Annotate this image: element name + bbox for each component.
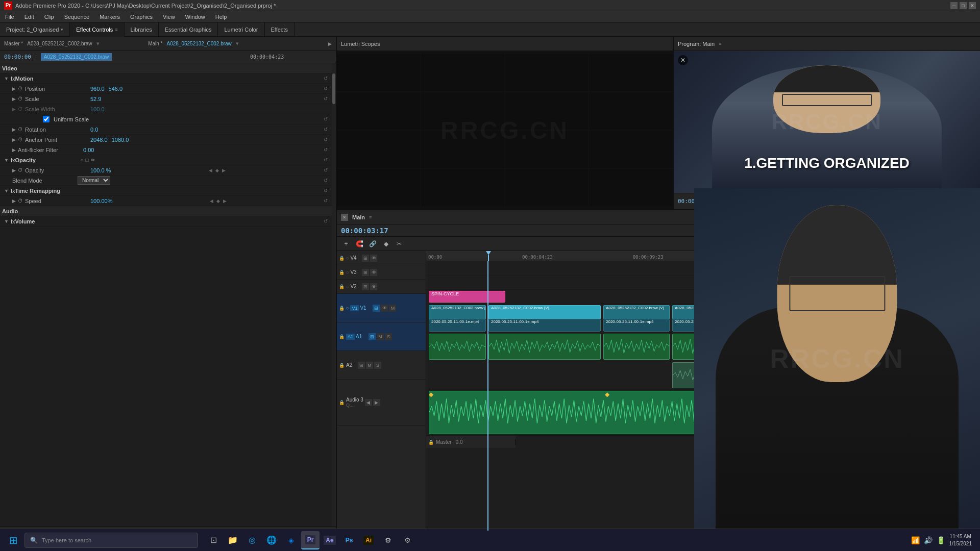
taskbar-app-edge[interactable]: ◎	[243, 531, 261, 549]
motion-expand-arrow[interactable]: ▼	[4, 76, 9, 81]
menu-view[interactable]: View	[161, 13, 177, 21]
a2-mute-btn[interactable]: M	[366, 362, 373, 369]
position-stopwatch[interactable]: ⏱	[18, 86, 23, 91]
sys-network-icon[interactable]: 📶	[911, 536, 920, 544]
menu-markers[interactable]: Markers	[97, 13, 122, 21]
v1-clip-1-sub[interactable]: 2020-05-25-11-00-1e.mp4	[429, 319, 486, 332]
v1-eye-btn[interactable]: 👁	[381, 305, 388, 312]
ec-clip-name-badge[interactable]: A028_05252132_C002.braw	[41, 53, 112, 61]
tab-lumetri-color[interactable]: Lumetri Color	[218, 22, 264, 37]
video-close-btn[interactable]: ✕	[678, 55, 688, 65]
speed-next-btn[interactable]: ▶	[222, 198, 228, 204]
taskbar-search-bar[interactable]: 🔍 Type here to search	[24, 533, 198, 548]
time-remap-reset-btn[interactable]: ↺	[324, 188, 328, 193]
v3-eye-btn[interactable]: 👁	[370, 269, 377, 276]
position-x-value[interactable]: 960.0	[90, 86, 105, 92]
v1-sync-btn[interactable]: ⊞	[373, 305, 380, 312]
tab-libraries[interactable]: Libraries	[125, 22, 159, 37]
opacity-prev-btn[interactable]: ◀	[208, 167, 213, 173]
motion-reset-btn[interactable]: ↺	[324, 76, 328, 81]
v1-clip-3-sub[interactable]: 2020-05-25-11-00-1e.mp4	[603, 319, 670, 332]
opacity-stopwatch[interactable]: ⏱	[18, 167, 23, 173]
minimize-button[interactable]: ─	[950, 2, 958, 9]
a1-clip-1[interactable]	[429, 334, 486, 360]
tab-effects[interactable]: Effects	[265, 22, 295, 37]
ec-main-clip[interactable]: A028_05252132_C002.braw	[167, 41, 232, 46]
rectangle-icon[interactable]: □	[86, 157, 89, 163]
a1-clip-2[interactable]	[488, 334, 601, 360]
speed-reset-btn[interactable]: ↺	[324, 198, 328, 204]
circle-icon[interactable]: ○	[80, 157, 83, 163]
ec-motion-row[interactable]: ▼ fx Motion ↺	[0, 73, 332, 84]
sys-volume-icon[interactable]: 🔊	[924, 536, 933, 544]
v2-track-icon[interactable]: ○	[346, 284, 349, 289]
v1-clip-2-sub[interactable]: 2020-05-25-11-00-1e.mp4	[488, 319, 601, 332]
opacity-value[interactable]: 100.0 %	[90, 167, 111, 173]
v1-mute-btn[interactable]: M	[389, 305, 396, 312]
opacity-reset-btn[interactable]: ↺	[324, 167, 328, 173]
v1-track-icon[interactable]: ○	[346, 306, 349, 311]
speed-stopwatch[interactable]: ⏱	[18, 198, 23, 204]
v2-eye-btn[interactable]: 👁	[370, 283, 377, 290]
taskbar-app-dropbox[interactable]: ◈	[282, 531, 300, 549]
taskbar-app-after-effects[interactable]: Ae	[321, 531, 339, 549]
rotation-expand-arrow[interactable]: ▶	[12, 127, 16, 132]
scale-reset-btn[interactable]: ↺	[324, 96, 328, 102]
menu-help[interactable]: Help	[213, 13, 229, 21]
volume-reset-btn[interactable]: ↺	[324, 218, 328, 224]
opacity-add-kf-btn[interactable]: ◆	[214, 167, 220, 173]
sys-battery-icon[interactable]: 🔋	[937, 536, 945, 544]
scale-stopwatch[interactable]: ⏱	[18, 96, 23, 102]
opacity-next-btn[interactable]: ▶	[221, 167, 227, 173]
uniform-scale-checkbox[interactable]	[43, 116, 50, 122]
anchor-reset-btn[interactable]: ↺	[324, 137, 328, 142]
v4-eye-btn[interactable]: 👁	[370, 255, 377, 262]
a1-clip-3[interactable]	[603, 334, 670, 360]
a1-lock[interactable]: 🔒	[339, 334, 345, 339]
v2-sync-btn[interactable]: ⊞	[362, 283, 369, 290]
v3-track-icon[interactable]: ○	[346, 270, 349, 275]
rotation-value[interactable]: 0.0	[90, 127, 98, 133]
timeline-menu-icon[interactable]: ≡	[369, 215, 372, 220]
v4-lock[interactable]: 🔒	[339, 256, 345, 261]
scale-expand-arrow[interactable]: ▶	[12, 96, 16, 102]
taskbar-app-settings[interactable]: ⚙	[398, 531, 416, 549]
menu-graphics[interactable]: Graphics	[128, 13, 155, 21]
timeline-close-btn[interactable]: ✕	[341, 214, 348, 221]
a1-solo-btn[interactable]: S	[385, 333, 392, 340]
v1-lock[interactable]: 🔒	[339, 306, 345, 311]
v4-sync-btn[interactable]: ⊞	[362, 255, 369, 262]
antiflicker-reset-btn[interactable]: ↺	[324, 147, 328, 153]
ec-time-remapping-row[interactable]: ▼ fx Time Remapping ↺	[0, 186, 332, 196]
a1-eye-btn[interactable]: M	[377, 333, 384, 340]
v1-clip-2[interactable]: A028_05252132_C002.braw [V]	[488, 305, 601, 319]
v4-track-icon[interactable]: ○	[346, 256, 349, 261]
position-reset-btn[interactable]: ↺	[324, 86, 328, 91]
blend-mode-reset-btn[interactable]: ↺	[324, 178, 328, 183]
menu-clip[interactable]: Clip	[42, 13, 56, 21]
anchor-stopwatch[interactable]: ⏱	[18, 137, 23, 142]
taskbar-app-chrome[interactable]: 🌐	[262, 531, 281, 549]
spin-cycle-clip[interactable]: SPIN-CYCLE	[429, 291, 505, 303]
v1-clip-1[interactable]: A028_05252132_C002.braw [V]	[429, 305, 486, 319]
tl-marker-btn[interactable]: ◆	[381, 239, 391, 249]
rotation-stopwatch[interactable]: ⏱	[18, 127, 23, 132]
opacity-expand-arrow[interactable]: ▶	[12, 168, 16, 173]
tab-essential-graphics[interactable]: Essential Graphics	[159, 22, 218, 37]
antiflicker-value[interactable]: 0.00	[83, 147, 94, 153]
speed-add-kf-btn[interactable]: ◆	[215, 198, 221, 204]
tl-add-track-btn[interactable]: +	[341, 239, 351, 249]
taskbar-app-photoshop[interactable]: Ps	[340, 531, 358, 549]
v3-sync-btn[interactable]: ⊞	[362, 269, 369, 276]
taskbar-app-premiere[interactable]: Pr	[301, 531, 320, 549]
speed-prev-btn[interactable]: ◀	[209, 198, 214, 204]
scale-value[interactable]: 52.9	[90, 96, 101, 102]
tab-project[interactable]: Project: 2_Organised ▾	[0, 22, 70, 37]
uniform-reset-btn[interactable]: ↺	[324, 116, 328, 122]
a1-sync-btn[interactable]: ⊞	[369, 333, 376, 340]
maximize-button[interactable]: □	[960, 2, 967, 9]
master-lock-icon[interactable]: 🔒	[428, 440, 434, 445]
ec-opacity-section[interactable]: ▼ fx Opacity ○ □ ✏ ↺	[0, 155, 332, 165]
speed-value[interactable]: 100.00%	[90, 198, 112, 204]
tl-link-btn[interactable]: 🔗	[368, 239, 378, 249]
